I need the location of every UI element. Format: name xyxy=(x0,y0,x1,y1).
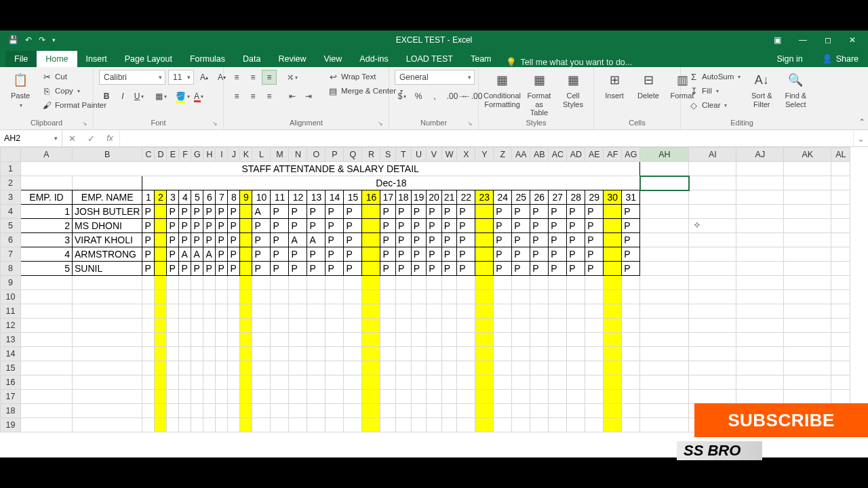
ribbon-options-icon[interactable]: ▣ xyxy=(774,35,781,45)
cell[interactable] xyxy=(307,304,326,319)
attendance-cell[interactable]: P xyxy=(441,262,457,276)
attendance-cell[interactable]: P xyxy=(307,262,326,276)
column-header[interactable]: F xyxy=(179,148,191,162)
cell[interactable] xyxy=(167,390,179,404)
cell[interactable] xyxy=(831,205,850,219)
attendance-cell[interactable]: P xyxy=(203,233,216,247)
attendance-cell[interactable] xyxy=(240,219,252,233)
cell[interactable] xyxy=(307,418,326,432)
attendance-cell[interactable]: P xyxy=(142,247,155,262)
cell[interactable] xyxy=(240,418,252,432)
tab-file[interactable]: File xyxy=(5,51,37,67)
cell[interactable] xyxy=(396,361,412,375)
attendance-cell[interactable]: P xyxy=(167,262,179,276)
attendance-cell[interactable]: P xyxy=(228,219,240,233)
cell[interactable] xyxy=(216,361,228,375)
cell[interactable] xyxy=(326,347,344,361)
cell[interactable] xyxy=(640,333,689,347)
cell[interactable] xyxy=(252,361,271,375)
orientation-icon[interactable]: ⤭▾ xyxy=(285,70,300,85)
attendance-cell[interactable] xyxy=(240,233,252,247)
cell[interactable] xyxy=(512,361,530,375)
attendance-cell[interactable]: P xyxy=(457,262,475,276)
cell[interactable] xyxy=(380,404,396,418)
column-header[interactable]: Q xyxy=(344,148,362,162)
day-header[interactable]: 17 xyxy=(380,190,396,205)
cell[interactable] xyxy=(736,361,784,375)
cell[interactable] xyxy=(640,390,689,404)
formula-input[interactable] xyxy=(120,130,853,146)
cell[interactable] xyxy=(622,418,640,432)
tab-data[interactable]: Data xyxy=(234,51,269,67)
cell[interactable] xyxy=(344,304,362,319)
cell[interactable] xyxy=(784,361,831,375)
cell[interactable] xyxy=(73,333,142,347)
attendance-cell[interactable]: P xyxy=(326,205,344,219)
cell[interactable] xyxy=(604,319,622,333)
cell[interactable] xyxy=(549,390,567,404)
cell[interactable] xyxy=(203,361,216,375)
cell[interactable] xyxy=(567,375,585,390)
cell[interactable] xyxy=(494,390,512,404)
cell[interactable] xyxy=(494,319,512,333)
cell[interactable] xyxy=(567,304,585,319)
column-header[interactable]: K xyxy=(240,148,252,162)
cell[interactable] xyxy=(271,375,289,390)
cell[interactable] xyxy=(604,347,622,361)
cell[interactable] xyxy=(567,361,585,375)
sort-filter-button[interactable]: A↓Sort & Filter xyxy=(747,70,776,110)
cell[interactable] xyxy=(567,276,585,290)
attendance-cell[interactable]: P xyxy=(411,247,427,262)
cell[interactable] xyxy=(784,390,831,404)
attendance-cell[interactable]: P xyxy=(549,233,567,247)
tab-home[interactable]: Home xyxy=(37,51,77,67)
attendance-cell[interactable]: P xyxy=(530,262,549,276)
cell[interactable] xyxy=(784,347,831,361)
cell[interactable] xyxy=(549,304,567,319)
tab-insert[interactable]: Insert xyxy=(77,51,116,67)
attendance-cell[interactable]: P xyxy=(380,219,396,233)
cell[interactable] xyxy=(549,361,567,375)
attendance-cell[interactable] xyxy=(604,262,622,276)
row-header[interactable]: 15 xyxy=(1,361,21,375)
cell[interactable] xyxy=(326,333,344,347)
attendance-cell[interactable]: P xyxy=(167,233,179,247)
row-header[interactable]: 16 xyxy=(1,375,21,390)
cell[interactable] xyxy=(216,319,228,333)
cell[interactable] xyxy=(689,390,736,404)
attendance-cell[interactable]: P xyxy=(567,247,585,262)
day-header[interactable]: 18 xyxy=(396,190,412,205)
cell[interactable] xyxy=(585,390,604,404)
cell[interactable] xyxy=(567,347,585,361)
tab-formulas[interactable]: Formulas xyxy=(181,51,234,67)
cell[interactable] xyxy=(689,276,736,290)
cell[interactable] xyxy=(689,319,736,333)
collapse-ribbon-icon[interactable]: ⌃ xyxy=(859,117,865,127)
cell[interactable] xyxy=(784,205,831,219)
cell[interactable] xyxy=(457,361,475,375)
cell[interactable] xyxy=(203,375,216,390)
attendance-cell[interactable]: P xyxy=(271,262,289,276)
cell[interactable] xyxy=(191,390,203,404)
cell[interactable] xyxy=(736,375,784,390)
cell[interactable] xyxy=(784,333,831,347)
cell[interactable] xyxy=(326,276,344,290)
cell[interactable] xyxy=(326,361,344,375)
cell[interactable] xyxy=(191,418,203,432)
cell[interactable] xyxy=(585,404,604,418)
fill-color-button[interactable]: 🪣▾ xyxy=(175,89,190,104)
cell[interactable] xyxy=(736,304,784,319)
cell[interactable] xyxy=(530,304,549,319)
cell[interactable] xyxy=(179,404,191,418)
cell[interactable] xyxy=(475,361,494,375)
attendance-cell[interactable]: P xyxy=(457,219,475,233)
column-header[interactable]: U xyxy=(411,148,427,162)
attendance-cell[interactable]: P xyxy=(567,219,585,233)
cell[interactable] xyxy=(252,333,271,347)
cell[interactable] xyxy=(427,418,442,432)
cell[interactable] xyxy=(604,390,622,404)
cell[interactable] xyxy=(203,390,216,404)
cell[interactable] xyxy=(326,418,344,432)
find-select-button[interactable]: 🔍Find & Select xyxy=(781,70,810,110)
attendance-cell[interactable]: P xyxy=(427,247,442,262)
